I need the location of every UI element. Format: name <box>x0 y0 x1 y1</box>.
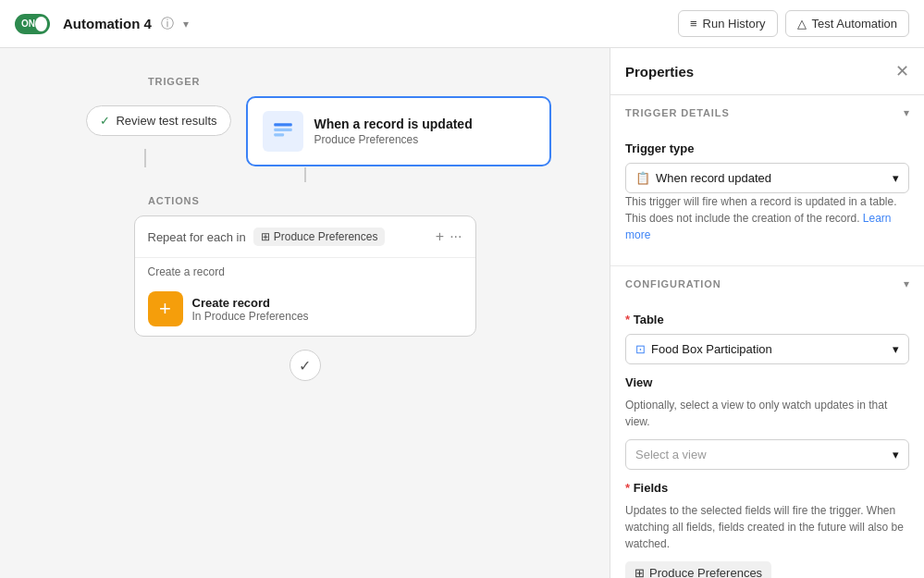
run-history-icon: ≡ <box>690 17 697 31</box>
panel-title: Properties <box>625 64 694 80</box>
svg-rect-2 <box>274 133 284 136</box>
add-icon[interactable]: + <box>436 228 444 245</box>
info-icon[interactable]: ⓘ <box>161 16 174 32</box>
view-label: View <box>625 375 909 389</box>
trigger-details-section: TRIGGER DETAILS ▾ Trigger type 📋 When re… <box>610 95 924 266</box>
trigger-details-label: TRIGGER DETAILS <box>625 107 730 118</box>
create-record-info: Create record In Produce Preferences <box>192 296 309 323</box>
main-layout: TRIGGER ✓ Review test results <box>0 48 924 578</box>
chip-icon: ⊞ <box>634 566 645 578</box>
connector-line-2 <box>304 167 306 182</box>
table-value: Food Box Participation <box>651 342 772 356</box>
fields-label: Fields <box>625 481 909 495</box>
trigger-desc-text: This trigger will fire when a record is … <box>625 195 896 225</box>
table-icon: ⊞ <box>261 230 270 243</box>
trigger-type-label: Trigger type <box>625 141 909 155</box>
repeat-actions: + ··· <box>436 228 462 245</box>
configuration-section: CONFIGURATION ▾ Table ⊡ Food Box Partici… <box>610 266 924 578</box>
test-icon: △ <box>797 17 807 31</box>
connector-line <box>144 149 146 167</box>
chevron-down-icon-3: ▾ <box>893 448 899 461</box>
trigger-type-select[interactable]: 📋 When record updated ▾ <box>625 163 909 193</box>
more-icon[interactable]: ··· <box>450 228 462 245</box>
trigger-type-value: When record updated <box>656 171 771 185</box>
trigger-description: This trigger will fire when a record is … <box>625 193 909 243</box>
topbar: ON Automation 4 ⓘ ▾ ≡ Run History △ Test… <box>0 0 924 48</box>
panel-body: TRIGGER DETAILS ▾ Trigger type 📋 When re… <box>610 95 924 578</box>
view-select[interactable]: Select a view ▾ <box>625 439 909 470</box>
toggle-knob <box>35 17 47 31</box>
create-record-subtitle: In Produce Preferences <box>192 310 309 323</box>
done-button[interactable]: ✓ <box>290 350 321 381</box>
trigger-type-icon: 📋 <box>635 171 650 185</box>
properties-panel: Properties ✕ TRIGGER DETAILS ▾ Trigger t… <box>610 48 924 578</box>
repeat-title: Repeat for each in <box>148 230 246 244</box>
run-history-label: Run History <box>703 17 766 31</box>
table-label: Table <box>625 313 909 326</box>
table-select-left: ⊡ Food Box Participation <box>635 342 772 356</box>
svg-rect-1 <box>274 129 292 131</box>
trigger-icon <box>263 111 303 152</box>
automation-toggle[interactable]: ON <box>15 14 50 34</box>
close-button[interactable]: ✕ <box>895 61 909 81</box>
create-record-item[interactable]: + Create record In Produce Preferences <box>135 282 475 336</box>
create-record-icon: + <box>148 291 183 326</box>
trigger-subtitle: Produce Preferences <box>314 133 473 146</box>
canvas: TRIGGER ✓ Review test results <box>0 48 610 578</box>
view-description: Optionally, select a view to only watch … <box>625 397 909 430</box>
create-record-title: Create record <box>192 296 309 310</box>
trigger-details-body: Trigger type 📋 When record updated ▾ Thi… <box>610 141 924 265</box>
chevron-down-icon: ▾ <box>893 171 899 185</box>
table-select[interactable]: ⊡ Food Box Participation ▾ <box>625 334 909 364</box>
review-pill[interactable]: ✓ Review test results <box>86 105 230 136</box>
table-icon: ⊡ <box>635 342 646 356</box>
view-placeholder: Select a view <box>635 448 707 461</box>
configuration-label: CONFIGURATION <box>625 278 721 289</box>
produce-preferences-chip[interactable]: ⊞ Produce Preferences <box>625 561 771 578</box>
fields-description: Updates to the selected fields will fire… <box>625 502 909 552</box>
trigger-title: When a record is updated <box>314 117 473 131</box>
configuration-chevron: ▾ <box>904 277 909 290</box>
configuration-header[interactable]: CONFIGURATION ▾ <box>610 266 924 301</box>
repeat-header: Repeat for each in ⊞ Produce Preferences… <box>135 216 475 258</box>
produce-preferences-badge[interactable]: ⊞ Produce Preferences <box>253 228 386 246</box>
create-record-label: Create a record <box>135 258 475 282</box>
canvas-column: TRIGGER ✓ Review test results <box>18 76 591 381</box>
trigger-block[interactable]: When a record is updated Produce Prefere… <box>246 96 551 166</box>
app-title: Automation 4 <box>63 16 152 31</box>
test-automation-label: Test Automation <box>812 17 898 31</box>
panel-header: Properties ✕ <box>610 48 924 95</box>
chevron-down-icon-2: ▾ <box>893 342 899 356</box>
repeat-block: Repeat for each in ⊞ Produce Preferences… <box>134 215 476 337</box>
toggle-label: ON <box>18 18 35 29</box>
chevron-down-icon[interactable]: ▾ <box>183 18 189 31</box>
test-automation-button[interactable]: △ Test Automation <box>785 10 910 37</box>
trigger-type-select-left: 📋 When record updated <box>635 171 771 185</box>
chip-label: Produce Preferences <box>649 566 762 578</box>
done-btn-wrap: ✓ <box>290 350 321 381</box>
badge-text: Produce Preferences <box>274 230 378 243</box>
review-label: Review test results <box>116 114 216 128</box>
topbar-actions: ≡ Run History △ Test Automation <box>678 10 909 37</box>
actions-section-label: ACTIONS <box>148 195 200 206</box>
trigger-details-chevron: ▾ <box>904 106 909 119</box>
svg-rect-0 <box>274 123 292 126</box>
trigger-info: When a record is updated Produce Prefere… <box>314 117 473 146</box>
trigger-section-label: TRIGGER <box>148 76 200 87</box>
configuration-body: Table ⊡ Food Box Participation ▾ View Op… <box>610 313 924 578</box>
run-history-button[interactable]: ≡ Run History <box>678 10 778 37</box>
trigger-details-header[interactable]: TRIGGER DETAILS ▾ <box>610 95 924 130</box>
check-icon: ✓ <box>100 114 110 128</box>
